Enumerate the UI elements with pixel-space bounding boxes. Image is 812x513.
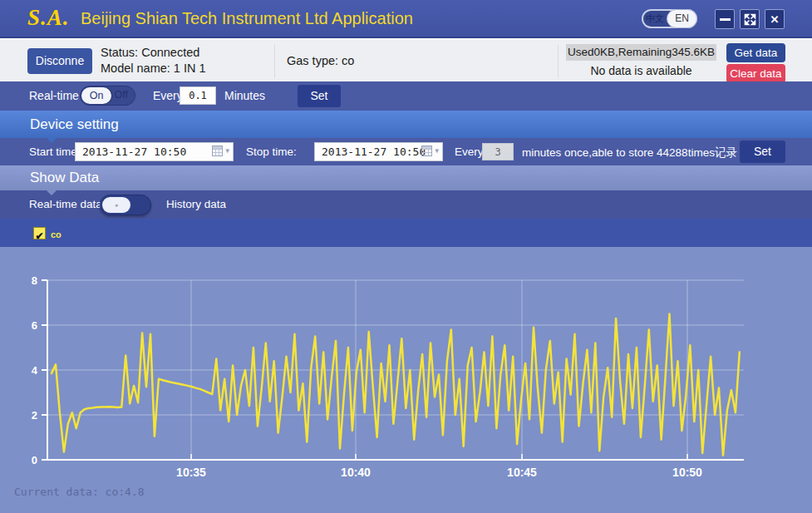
app-title: Beijing Shian Tech Instrument Ltd Applic… <box>81 9 413 28</box>
show-data-header: Show Data <box>0 165 812 190</box>
realtime-data-label: Real-time data <box>29 198 102 210</box>
start-time-label: Start time: <box>29 146 81 158</box>
get-data-button[interactable]: Get data <box>726 43 785 62</box>
calendar-icon[interactable] <box>212 146 223 156</box>
chevron-down-icon[interactable]: ▼ <box>435 147 439 155</box>
status-text: Status: Connected <box>101 46 199 59</box>
svg-text:0: 0 <box>32 454 37 466</box>
interval-input[interactable] <box>180 86 216 105</box>
device-set-button[interactable]: Set <box>740 141 785 163</box>
co-channel-label: co <box>51 229 62 239</box>
close-icon: ✕ <box>770 14 780 25</box>
minutes-label: Minutes <box>224 89 265 102</box>
knob-dot-icon: ● <box>115 202 118 208</box>
storage-info: Used0KB,Remaining345.6KB <box>566 44 716 61</box>
co-line-chart: 0246810:3510:4010:4510:50 <box>0 247 812 513</box>
device-setting-header: Device setting <box>0 111 812 138</box>
store-capacity-text: minutes once,able to store 44288times记录 <box>522 146 737 160</box>
realtime-set-button[interactable]: Set <box>298 85 341 107</box>
divider <box>558 45 559 78</box>
chevron-down-icon[interactable]: ▼ <box>225 147 229 155</box>
header-notch <box>47 138 57 143</box>
close-button[interactable]: ✕ <box>765 9 785 29</box>
channel-row: ✔ co <box>0 219 812 247</box>
svg-text:10:35: 10:35 <box>176 466 206 479</box>
realtime-label: Real-time <box>29 89 79 102</box>
store-interval-input[interactable] <box>482 143 514 160</box>
data-source-toggle[interactable]: ● <box>100 195 151 215</box>
svg-text:6: 6 <box>32 319 37 332</box>
data-source-row: Real-time data ● History data <box>0 190 812 219</box>
svg-text:10:50: 10:50 <box>672 466 702 479</box>
minimize-button[interactable] <box>715 9 735 29</box>
clear-data-button[interactable]: Clear data <box>726 64 785 83</box>
current-data-text: Current data: co:4.8 <box>14 486 145 498</box>
check-icon: ✔ <box>35 230 43 242</box>
maximize-button[interactable] <box>740 9 760 29</box>
svg-text:10:45: 10:45 <box>507 466 537 479</box>
every-label: Every <box>153 89 183 102</box>
svg-text:4: 4 <box>32 364 38 377</box>
device-setting-row: Start time: 2013-11-27 10:50 ▼ Stop time… <box>0 138 812 165</box>
stop-time-value: 2013-11-27 10:50 <box>322 146 426 158</box>
svg-text:2: 2 <box>32 409 37 422</box>
title-bar: S.A. Beijing Shian Tech Instrument Ltd A… <box>0 0 812 38</box>
start-time-picker[interactable]: 2013-11-27 10:50 ▼ <box>75 142 234 161</box>
app-logo: S.A. <box>27 5 70 31</box>
model-name-text: Model name: 1 IN 1 <box>101 62 206 75</box>
gas-type-text: Gas type: co <box>287 54 354 67</box>
header-notch <box>47 190 57 195</box>
realtime-on-off-toggle[interactable]: On Off <box>80 86 135 106</box>
co-checkbox[interactable]: ✔ <box>33 227 46 239</box>
history-data-label: History data <box>166 198 226 210</box>
toggle-off-label[interactable]: Off <box>115 89 128 101</box>
divider <box>274 45 275 78</box>
lang-zh-label[interactable]: 中文 <box>643 11 667 27</box>
stop-time-picker[interactable]: 2013-11-27 10:50 ▼ <box>314 142 443 161</box>
maximize-icon <box>744 13 756 26</box>
toggle-on-knob[interactable]: On <box>81 87 111 104</box>
minimize-icon <box>720 18 731 21</box>
svg-text:8: 8 <box>32 274 37 287</box>
status-bar: Disconne Status: Connected Model name: 1… <box>0 38 812 81</box>
stop-time-label: Stop time: <box>246 146 297 158</box>
realtime-settings-row: Real-time On Off Every Minutes Set <box>0 81 812 111</box>
toggle-knob[interactable]: ● <box>102 197 130 213</box>
chart-panel: 0246810:3510:4010:4510:50 Current data: … <box>0 247 812 513</box>
svg-text:10:40: 10:40 <box>341 466 371 479</box>
every-label: Every <box>455 146 484 158</box>
start-time-value: 2013-11-27 10:50 <box>82 146 186 158</box>
disconnect-button[interactable]: Disconne <box>27 48 92 74</box>
calendar-icon[interactable] <box>421 146 432 156</box>
no-data-text: No data is available <box>566 64 716 77</box>
language-toggle[interactable]: 中文 EN <box>642 9 697 28</box>
lang-en-label[interactable]: EN <box>667 9 697 28</box>
